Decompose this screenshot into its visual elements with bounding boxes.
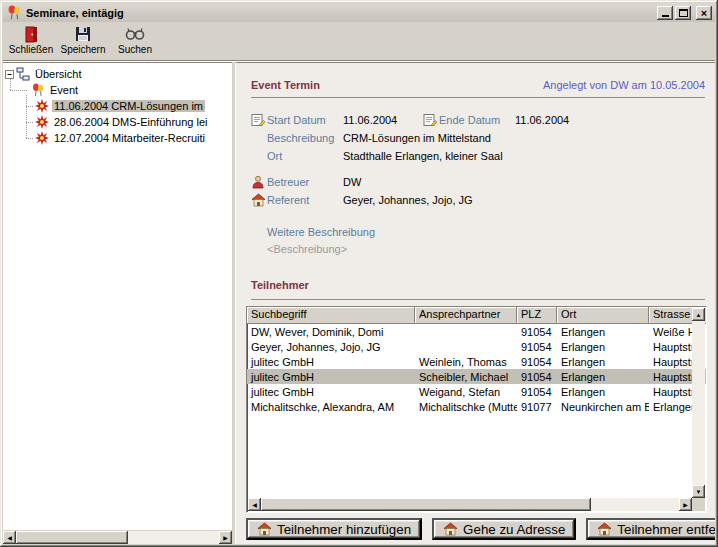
table-row-selected[interactable]: julitec GmbH Scheibler, Michael 91054 Er… (247, 369, 706, 384)
hierarchy-icon (16, 67, 30, 81)
field-row-speaker: Referent Geyer, Johannes, Jojo, JG (251, 191, 705, 209)
toolbar-search-button[interactable]: Suchen (109, 24, 161, 59)
field-row-dates: Start Datum 11.06.2004 Ende Datum 11.06.… (251, 111, 705, 129)
speaker-value: Geyer, Johannes, Jojo, JG (343, 194, 473, 206)
toolbar-close-label: Schließen (9, 44, 53, 55)
participants-table: Suchbegriff Ansprechpartner PLZ Ort Stra… (246, 306, 707, 513)
table-row[interactable]: DW, Wever, Dominik, Domi 91054 Erlangen … (247, 324, 706, 339)
tree-item-label[interactable]: 11.06.2004 CRM-Lösungen im (52, 100, 205, 112)
toolbar-search-label: Suchen (118, 44, 152, 55)
cell-plz: 91054 (517, 326, 557, 338)
supervisor-label: Betreuer (267, 176, 343, 188)
cell-plz: 91054 (517, 341, 557, 353)
scroll-down-icon[interactable]: ▼ (692, 485, 705, 498)
cell-ort: Erlangen (557, 326, 649, 338)
cell-ort: Erlangen (557, 341, 649, 353)
cell-plz: 91054 (517, 386, 557, 398)
tree-item-seminar-1[interactable]: 11.06.2004 CRM-Lösungen im (3, 98, 232, 114)
tree-item-label[interactable]: 12.07.2004 Mitarbeiter-Recruiti (52, 132, 207, 144)
cell-ort: Erlangen (557, 386, 649, 398)
main-area: Übersicht Event 11.06.2004 CRM-Lösungen … (3, 62, 715, 544)
maximize-button[interactable] (675, 6, 691, 20)
event-burst-icon (35, 99, 49, 113)
scrollbar-corner (692, 498, 705, 511)
tree-item-label[interactable]: 28.06.2004 DMS-Einführung lei (52, 116, 209, 128)
section-title-event-termin: Event Termin (251, 79, 320, 91)
calendar-icon (423, 113, 439, 127)
event-detail-panel: Event Termin Angelegt von DW am 10.05.20… (235, 62, 715, 544)
start-date-value: 11.06.2004 (343, 114, 423, 126)
tree-item-label[interactable]: Event (48, 84, 80, 96)
save-icon (75, 25, 91, 43)
cell-suchbegriff: Geyer, Johannes, Jojo, JG (247, 341, 415, 353)
collapse-expander-icon[interactable] (5, 70, 14, 79)
start-date-label: Start Datum (267, 114, 343, 126)
minimize-icon (662, 15, 669, 17)
action-button-row: Teilnehmer hinzufügen Gehe zu Adresse (246, 518, 707, 540)
toolbar-save-button[interactable]: Speichern (57, 24, 109, 59)
field-row-supervisor: Betreuer DW (251, 173, 705, 191)
scroll-up-icon[interactable]: ▲ (692, 308, 705, 321)
add-participant-label: Teilnehmer hinzufügen (277, 522, 411, 537)
table-row[interactable]: julitec GmbH Weinlein, Thomas 91054 Erla… (247, 354, 706, 369)
table-row[interactable]: julitec GmbH Weigand, Stefan 91054 Erlan… (247, 384, 706, 399)
field-row-more-label: Weitere Beschreibung (251, 223, 705, 241)
goto-address-button[interactable]: Gehe zu Adresse (432, 518, 576, 540)
location-label: Ort (267, 150, 343, 162)
toolbar-close-button[interactable]: Schließen (5, 24, 57, 59)
location-value: Stadthalle Erlangen, kleiner Saal (343, 150, 503, 162)
more-description-placeholder[interactable]: <Beschreibung> (267, 243, 347, 255)
tree-item-seminar-3[interactable]: 12.07.2004 Mitarbeiter-Recruiti (3, 130, 232, 146)
balloons-icon (31, 83, 45, 97)
column-header-plz[interactable]: PLZ (517, 307, 557, 324)
tree-item-seminar-2[interactable]: 28.06.2004 DMS-Einführung lei (3, 114, 232, 130)
scrollbar-thumb[interactable] (261, 498, 591, 511)
tree-item-event[interactable]: Event (3, 82, 232, 98)
balloons-icon (6, 5, 22, 20)
remove-participant-button[interactable]: Teilnehmer entfernen (586, 518, 715, 540)
house-icon (443, 522, 458, 536)
tree-horizontal-scrollbar[interactable]: ◀ ▶ (3, 530, 232, 544)
supervisor-value: DW (343, 176, 361, 188)
scroll-right-icon[interactable]: ▶ (679, 498, 692, 511)
tree-root-uebersicht[interactable]: Übersicht (3, 66, 232, 82)
close-button[interactable]: × (696, 6, 712, 20)
exit-icon (23, 25, 39, 43)
tree-root-label[interactable]: Übersicht (33, 68, 83, 80)
speaker-label: Referent (267, 194, 343, 206)
column-header-suchbegriff[interactable]: Suchbegriff (247, 307, 415, 324)
add-participant-button[interactable]: Teilnehmer hinzufügen (246, 518, 422, 540)
scroll-right-icon[interactable]: ▶ (219, 531, 232, 544)
field-icon-spacer (251, 131, 267, 145)
scroll-left-icon[interactable]: ◀ (3, 531, 16, 544)
description-value: CRM-Lösungen im Mittelstand (343, 132, 491, 144)
field-icon-spacer (251, 225, 267, 239)
column-header-ort[interactable]: Ort (557, 307, 649, 324)
toolbar-save-label: Speichern (60, 44, 105, 55)
scroll-left-icon[interactable]: ◀ (248, 498, 261, 511)
cell-suchbegriff: Michalitschke, Alexandra, AM (247, 401, 415, 413)
cell-suchbegriff: julitec GmbH (247, 371, 415, 383)
cell-suchbegriff: julitec GmbH (247, 386, 415, 398)
cell-ort: Erlangen (557, 371, 649, 383)
table-vertical-scrollbar[interactable]: ▲ ▼ (692, 308, 705, 498)
cell-ansprechpartner: Weigand, Stefan (415, 386, 517, 398)
cell-suchbegriff: DW, Wever, Dominik, Domi (247, 326, 415, 338)
maximize-icon (679, 9, 688, 17)
event-fields: Start Datum 11.06.2004 Ende Datum 11.06.… (251, 111, 705, 256)
section-rule (251, 299, 705, 300)
section-rule (251, 97, 705, 98)
minimize-button[interactable] (657, 6, 673, 20)
toolbar: Schließen Speichern (3, 23, 715, 60)
column-header-ansprechpartner[interactable]: Ansprechpartner (415, 307, 517, 324)
table-row[interactable]: Michalitschke, Alexandra, AM Michalitsch… (247, 399, 706, 414)
table-horizontal-scrollbar[interactable]: ◀ ▶ (248, 498, 692, 511)
field-icon-spacer (251, 149, 267, 163)
title-bar[interactable]: Seminare, eintägig × (3, 3, 715, 22)
scrollbar-thumb[interactable] (16, 531, 128, 544)
house-icon (251, 193, 267, 207)
end-date-label: Ende Datum (439, 114, 515, 126)
table-row[interactable]: Geyer, Johannes, Jojo, JG 91054 Erlangen… (247, 339, 706, 354)
event-burst-icon (35, 131, 49, 145)
search-binoculars-icon (125, 25, 145, 43)
